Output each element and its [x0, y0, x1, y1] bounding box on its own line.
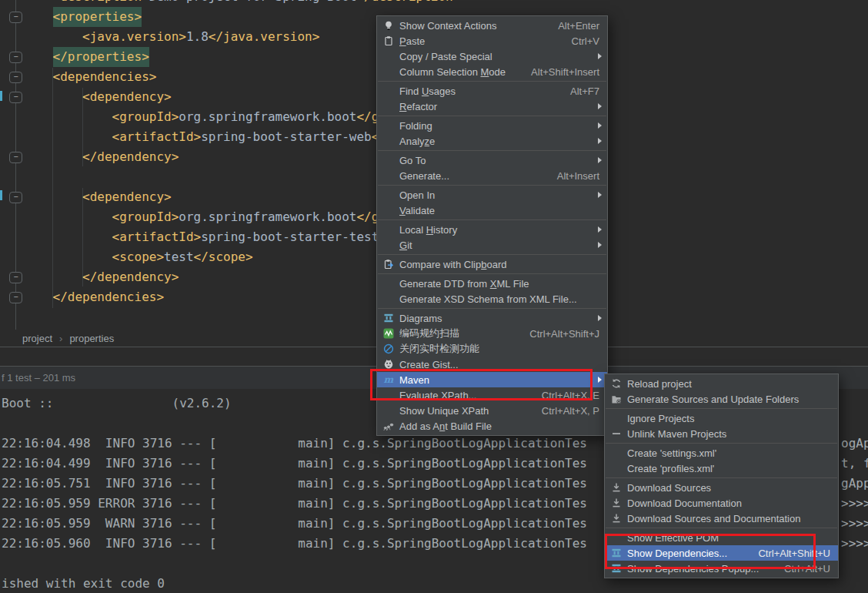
fold-marker[interactable]: −: [9, 52, 22, 63]
menu-item-disable-realtime-inspection[interactable]: 关闭实时检测功能: [377, 341, 607, 357]
menu-item-label: Download Sources: [627, 482, 711, 494]
icon-slot: [382, 189, 395, 200]
fold-marker[interactable]: −: [9, 152, 22, 163]
menu-item-unlink-maven-projects[interactable]: Unlink Maven Projects: [605, 426, 838, 441]
menu-separator: [378, 254, 606, 255]
menu-item-open-in[interactable]: Open In: [377, 187, 607, 203]
ant-icon: [382, 420, 395, 431]
icon-slot: [382, 101, 395, 112]
download-icon: [610, 498, 623, 508]
menu-item-ignore-projects[interactable]: Ignore Projects: [605, 410, 838, 426]
fold-marker[interactable]: −: [9, 192, 22, 203]
menu-item-show-unique-xpath[interactable]: Show Unique XPathCtrl+Alt+X, P: [377, 403, 607, 418]
menu-item-code-convention-scan[interactable]: 编码规约扫描Ctrl+Alt+Shift+J: [377, 326, 607, 341]
menu-item-refactor[interactable]: Refactor: [377, 99, 607, 114]
icon-slot: [382, 240, 395, 250]
menu-item-generate-xsd-from-xml[interactable]: Generate XSD Schema from XML File...: [377, 291, 607, 307]
menu-item-label: Open In: [399, 189, 435, 201]
menu-item-generate-sources-and-update-folders[interactable]: Generate Sources and Update Folders: [605, 391, 838, 407]
fold-marker[interactable]: −: [9, 272, 22, 283]
menu-item-label: Generate...: [399, 170, 449, 182]
ide-window: −−−−−−−− <description>Demo project for S…: [0, 0, 868, 593]
icon-slot: [382, 66, 395, 77]
menu-item-label: Local History: [399, 224, 457, 236]
breadcrumb-project[interactable]: project: [22, 333, 52, 344]
menu-item-paste[interactable]: PasteCtrl+V: [377, 33, 607, 49]
menu-item-generate-dtd-from-xml[interactable]: Generate DTD from XML File: [377, 276, 607, 291]
icon-slot: [382, 170, 395, 181]
menu-item-validate[interactable]: Validate: [377, 203, 607, 218]
menu-item-label: Analyze: [399, 136, 435, 147]
menu-item-git[interactable]: Git: [377, 237, 607, 253]
menu-item-label: Unlink Maven Projects: [627, 428, 726, 440]
menu-item-column-selection-mode[interactable]: Column Selection ModeAlt+Shift+Insert: [377, 64, 607, 79]
menu-item-shortcut: Alt+Insert: [545, 170, 599, 182]
menu-item-label: Generate Sources and Update Folders: [627, 394, 799, 405]
menu-item-analyze[interactable]: Analyze: [377, 133, 607, 149]
menu-item-compare-with-clipboard[interactable]: Compare with Clipboard: [377, 256, 607, 272]
icon-slot: [382, 224, 395, 235]
menu-item-copy-paste-special[interactable]: Copy / Paste Special: [377, 49, 607, 64]
code-line: <description>Demo project for Spring Boo…: [23, 0, 868, 7]
menu-separator: [378, 116, 606, 116]
codescan-icon: [382, 328, 395, 339]
icon-slot: [382, 51, 395, 62]
menu-item-generate[interactable]: Generate...Alt+Insert: [377, 168, 607, 183]
menu-item-folding[interactable]: Folding: [377, 118, 607, 133]
menu-item-diagrams[interactable]: Diagrams: [377, 310, 607, 326]
menu-item-label: Column Selection Mode: [399, 66, 506, 78]
console-line: ished with exit code 0: [2, 574, 587, 593]
annotation-box-maven: [370, 369, 593, 400]
menu-item-label: Git: [399, 240, 412, 251]
diagram-icon: [382, 313, 395, 323]
menu-item-label: Generate XSD Schema from XML File...: [399, 293, 577, 305]
menu-item-label: Download Documentation: [627, 498, 742, 509]
menu-item-go-to[interactable]: Go To: [377, 152, 607, 168]
breadcrumb-properties[interactable]: properties: [69, 333, 114, 344]
menu-separator: [378, 150, 606, 151]
menu-item-shortcut: Ctrl+Alt+Shift+J: [517, 328, 599, 340]
console-line: 22:16:04.499 INFO 3716 --- [ main] c.g.s…: [2, 454, 587, 474]
menu-item-download-documentation[interactable]: Download Documentation: [605, 495, 838, 511]
menu-item-label: 关闭实时检测功能: [399, 342, 479, 356]
menu-item-label: Go To: [399, 155, 426, 166]
submenu-arrow-icon: [598, 138, 602, 144]
download-icon: [610, 482, 623, 493]
fold-marker[interactable]: −: [9, 12, 22, 23]
console-line-fragment: >>>>: [841, 534, 868, 554]
submenu-arrow-icon: [598, 157, 602, 163]
menu-item-label: Download Sources and Documentation: [627, 513, 800, 524]
console-line: 22:16:05.959 WARN 3716 --- [ main] c.g.s…: [2, 514, 587, 534]
icon-slot: [382, 85, 395, 96]
console-line: 22:16:05.751 INFO 3716 --- [ main] c.g.s…: [2, 474, 587, 494]
download-icon: [610, 513, 623, 524]
console-line-fragment: >>>>: [841, 494, 868, 514]
menu-item-label: Folding: [399, 120, 432, 132]
fold-marker[interactable]: −: [9, 72, 22, 83]
console-line-fragment: gApp: [841, 474, 868, 494]
paste-icon: [382, 35, 395, 46]
menu-item-create-settings-xml[interactable]: Create 'settings.xml': [605, 445, 838, 461]
menu-item-add-as-ant-build-file[interactable]: Add as Ant Build File: [377, 418, 607, 434]
icon-slot: [382, 120, 395, 131]
menu-separator: [606, 528, 837, 528]
icon-slot: [382, 205, 395, 216]
menu-item-local-history[interactable]: Local History: [377, 222, 607, 237]
menu-item-label: Add as Ant Build File: [399, 420, 492, 432]
menu-item-create-profiles-xml[interactable]: Create 'profiles.xml': [605, 461, 838, 476]
icon-slot: [382, 136, 395, 146]
menu-item-find-usages[interactable]: Find UsagesAlt+F7: [377, 83, 607, 99]
submenu-arrow-icon: [598, 242, 602, 248]
menu-item-download-sources[interactable]: Download Sources: [605, 480, 838, 495]
menu-item-label: Paste: [399, 35, 425, 47]
fold-marker[interactable]: −: [9, 92, 22, 103]
menu-item-show-context-actions[interactable]: Show Context ActionsAlt+Enter: [377, 18, 607, 33]
menu-separator: [378, 308, 606, 309]
fold-marker[interactable]: −: [9, 292, 22, 303]
menu-item-label: Validate: [399, 205, 435, 216]
menu-item-label: Copy / Paste Special: [399, 51, 492, 62]
menu-item-label: Ignore Projects: [627, 413, 694, 424]
menu-item-reload-project[interactable]: Reload project: [605, 376, 838, 391]
menu-item-label: Show Unique XPath: [399, 405, 489, 417]
menu-item-download-sources-and-documentation[interactable]: Download Sources and Documentation: [605, 511, 838, 526]
